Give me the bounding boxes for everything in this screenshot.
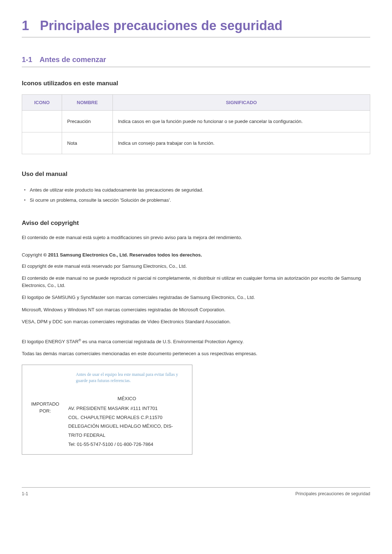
energy-star-post: es una marca comercial registrada de U.S… bbox=[81, 339, 244, 344]
section-title: 1-1Antes de comenzar bbox=[22, 56, 370, 67]
th-icon: ICONO bbox=[22, 95, 62, 111]
copyright-para: El contenido de este manual no se puede … bbox=[22, 275, 370, 289]
table-row: Nota Indica un consejo para trabajar con… bbox=[22, 132, 370, 154]
import-line: AV. PRESIDENTE MASARIK #111 INT701 bbox=[68, 404, 185, 413]
footer-left: 1-1 bbox=[22, 491, 28, 496]
copyright-para: El copyright de este manual está reserva… bbox=[22, 263, 370, 270]
copyright-bold: © 2011 Samsung Electronics Co., Ltd. Res… bbox=[43, 252, 202, 258]
cell-icon bbox=[22, 111, 62, 132]
cell-name: Nota bbox=[62, 132, 113, 154]
chapter-number: 1 bbox=[22, 18, 29, 33]
section-text: Antes de comenzar bbox=[40, 56, 106, 63]
icons-heading: Iconos utilizados en este manual bbox=[22, 80, 370, 87]
cell-meaning: Indica un consejo para trabajar con la f… bbox=[113, 132, 370, 154]
list-item: Antes de utilizar este producto lea cuid… bbox=[22, 185, 370, 195]
chapter-title: 1Principales precauciones de seguridad bbox=[22, 18, 370, 37]
chapter-text: Principales precauciones de seguridad bbox=[40, 18, 282, 33]
uso-heading: Uso del manual bbox=[22, 171, 370, 178]
import-label: IMPORTADO POR: bbox=[29, 394, 62, 414]
table-row: Precaución Indica casos en que la funció… bbox=[22, 111, 370, 132]
th-meaning: SIGNIFICADO bbox=[113, 95, 370, 111]
copyright-intro: El contenido de este manual está sujeto … bbox=[22, 234, 370, 241]
import-country: MÉXICO bbox=[68, 394, 185, 403]
footer-right: Principales precauciones de seguridad bbox=[295, 491, 370, 496]
icons-table: ICONO NOMBRE SIGNIFICADO Precaución Indi… bbox=[22, 94, 370, 154]
page-footer: 1-1 Principales precauciones de segurida… bbox=[22, 487, 370, 496]
copyright-line: Copyright © 2011 Samsung Electronics Co.… bbox=[22, 252, 370, 258]
uso-list: Antes de utilizar este producto lea cuid… bbox=[22, 185, 370, 205]
copyright-heading: Aviso del copyright bbox=[22, 219, 370, 227]
copyright-para: Microsoft, Windows y Windows NT son marc… bbox=[22, 306, 370, 313]
list-item: Si ocurre un problema, consulte la secci… bbox=[22, 195, 370, 205]
copyright-prefix: Copyright bbox=[22, 252, 43, 258]
copyright-para: VESA, DPM y DDC son marcas comerciales r… bbox=[22, 318, 370, 325]
import-box: Antes de usar el equipo lea este manual … bbox=[22, 365, 192, 455]
copyright-para: El logotipo de SAMSUNG y SyncMaster son … bbox=[22, 294, 370, 301]
import-line: COL. CHAPULTEPEC MORALES C.P.11570 bbox=[68, 413, 185, 422]
handwriting-note: Antes de usar el equipo lea este manual … bbox=[76, 372, 185, 384]
cell-icon bbox=[22, 132, 62, 154]
registered-mark: ® bbox=[78, 338, 81, 342]
cell-meaning: Indica casos en que la función puede no … bbox=[113, 111, 370, 132]
energy-star-pre: El logotipo ENERGY STAR bbox=[22, 339, 78, 344]
th-name: NOMBRE bbox=[62, 95, 113, 111]
closing-trademark: Todas las demás marcas comerciales menci… bbox=[22, 350, 370, 357]
cell-name: Precaución bbox=[62, 111, 113, 132]
import-line: DELEGACIÓN MIGUEL HIDALGO MÉXICO, DIS-TR… bbox=[68, 422, 185, 440]
energy-star-line: El logotipo ENERGY STAR® es una marca co… bbox=[22, 338, 370, 345]
section-number: 1-1 bbox=[22, 56, 32, 63]
import-line: Tel: 01-55-5747-5100 / 01-800-726-7864 bbox=[68, 440, 185, 449]
import-address: MÉXICO AV. PRESIDENTE MASARIK #111 INT70… bbox=[68, 394, 185, 449]
